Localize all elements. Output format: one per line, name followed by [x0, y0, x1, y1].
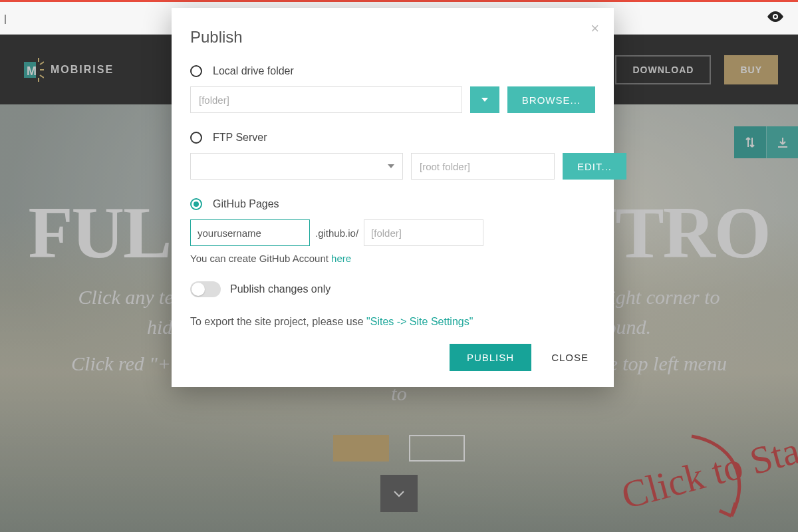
github-folder-input[interactable]: [364, 219, 483, 246]
svg-marker-17: [388, 164, 394, 168]
svg-point-8: [774, 15, 777, 18]
dialog-close-icon[interactable]: ×: [591, 20, 599, 37]
github-domain-suffix: .github.io/: [315, 227, 358, 239]
publish-changes-toggle[interactable]: [190, 281, 221, 297]
option-local-label: Local drive folder: [213, 65, 294, 77]
github-create-link[interactable]: here: [331, 253, 351, 264]
publish-changes-label: Publish changes only: [230, 283, 331, 295]
github-hint: You can create GitHub Account here: [190, 253, 595, 264]
local-folder-dropdown[interactable]: [470, 86, 499, 113]
export-hint: To export the site project, please use "…: [190, 316, 595, 328]
ftp-server-select[interactable]: [190, 153, 403, 180]
chevron-down-icon: [388, 164, 394, 168]
option-ftp[interactable]: FTP Server: [190, 132, 595, 144]
local-folder-input[interactable]: [190, 86, 462, 113]
publish-button[interactable]: PUBLISH: [450, 344, 531, 371]
edit-ftp-button[interactable]: EDIT...: [563, 153, 626, 180]
export-settings-link[interactable]: "Sites -> Site Settings": [366, 316, 473, 327]
window-top-border: [0, 0, 798, 2]
radio-ftp[interactable]: [190, 132, 202, 144]
preview-icon[interactable]: [766, 11, 785, 25]
svg-marker-16: [481, 98, 488, 102]
github-username-input[interactable]: [190, 219, 310, 246]
option-ftp-label: FTP Server: [213, 132, 267, 144]
close-button[interactable]: CLOSE: [545, 344, 595, 371]
option-local-drive[interactable]: Local drive folder: [190, 65, 595, 77]
radio-github[interactable]: [190, 198, 202, 210]
radio-local[interactable]: [190, 65, 202, 77]
option-github-label: GitHub Pages: [213, 198, 279, 210]
browse-button[interactable]: BROWSE...: [507, 86, 595, 113]
publish-dialog: Publish × Local drive folder BROWSE... F…: [172, 8, 614, 387]
option-github-pages[interactable]: GitHub Pages: [190, 198, 595, 210]
dialog-title: Publish: [190, 28, 595, 47]
ftp-root-folder-input[interactable]: [411, 153, 555, 180]
toolbar-caret: |: [4, 13, 7, 24]
